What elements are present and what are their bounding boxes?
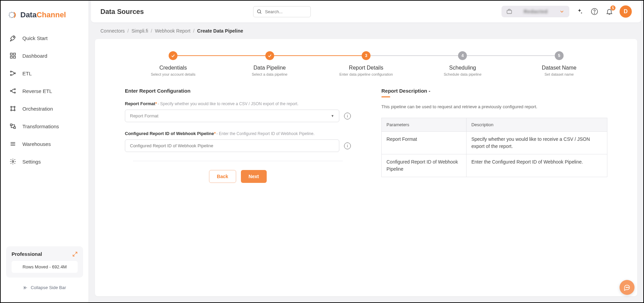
step-number: 5 [555, 51, 564, 60]
configured-id-label: Configured Report ID of Webhook Pipeline… [125, 131, 351, 136]
step-number: 4 [458, 51, 467, 60]
rocket-icon [10, 35, 16, 41]
svg-rect-26 [507, 10, 512, 14]
sidebar-bottom: Professional Rows Moved - 692.4M Collaps… [1, 242, 89, 297]
step-line [462, 55, 559, 56]
gear-icon [10, 158, 16, 165]
transformations-icon [10, 123, 16, 130]
svg-point-28 [594, 13, 594, 13]
sidebar-item-dashboard[interactable]: Dashboard [5, 47, 84, 64]
step-line [270, 55, 366, 56]
svg-point-24 [258, 10, 261, 13]
collapse-sidebar-button[interactable]: Collapse Side Bar [6, 282, 83, 293]
svg-point-12 [11, 106, 12, 107]
th-description: Description [467, 118, 607, 131]
form-section-title: Enter Report Configuration [125, 88, 351, 94]
th-parameters: Parameters [382, 118, 467, 131]
svg-rect-4 [11, 56, 13, 58]
page-title: Data Sources [100, 8, 144, 16]
sidebar-item-label: Warehouses [22, 141, 51, 147]
sidebar-item-label: Reverse ETL [22, 88, 52, 94]
crumb-simplifi[interactable]: Simpli.fi [131, 28, 148, 34]
logo-icon [9, 10, 18, 20]
next-button[interactable]: Next [241, 170, 267, 183]
description-title: Report Description - [381, 88, 607, 94]
report-format-label: Report Format*- Specify whether you woul… [125, 101, 351, 106]
svg-point-7 [11, 74, 12, 75]
breadcrumb: Connectors / Simpli.fi / Webhook Report … [89, 23, 643, 37]
plan-name: Professional [12, 251, 42, 257]
table-row: Configured Report ID of Webhook Pipeline… [382, 154, 607, 177]
svg-rect-17 [14, 127, 16, 129]
main: Data Sources Redacted 5 [89, 1, 643, 302]
select-placeholder: Report Format [130, 113, 158, 118]
svg-rect-16 [11, 124, 12, 126]
warehouses-icon [10, 140, 16, 147]
rows-moved-chip: Rows Moved - 692.4M [12, 261, 78, 273]
sidebar-item-label: Transformations [22, 124, 59, 129]
svg-point-9 [14, 89, 15, 90]
sidebar-item-etl[interactable]: ETL [5, 64, 84, 82]
nav: Quick Start Dashboard ETL Reverse ETL Or… [1, 29, 89, 242]
etl-icon [10, 70, 16, 77]
description-text: This pipeline can be used to request and… [381, 103, 607, 110]
sidebar-item-orchestration[interactable]: Orchestration [5, 100, 84, 117]
divider [133, 161, 343, 161]
orchestration-icon [10, 105, 16, 112]
report-format-select[interactable]: Report Format ▼ [125, 110, 339, 122]
info-icon[interactable]: i [344, 113, 351, 119]
sidebar-item-transformations[interactable]: Transformations [5, 117, 84, 135]
back-button[interactable]: Back [209, 170, 236, 183]
svg-point-0 [9, 12, 15, 18]
svg-point-1 [13, 37, 14, 38]
chevron-down-icon [559, 9, 565, 14]
avatar[interactable]: D [620, 5, 632, 18]
chat-fab[interactable] [620, 280, 634, 295]
content-card: Credentials Select your account details … [95, 39, 637, 296]
svg-rect-5 [14, 56, 16, 58]
description-panel: Report Description - This pipeline can b… [381, 88, 607, 183]
sidebar-item-quickstart[interactable]: Quick Start [5, 29, 84, 47]
expand-icon[interactable] [72, 251, 78, 257]
svg-point-11 [11, 90, 12, 91]
svg-point-13 [14, 106, 15, 107]
info-icon[interactable]: i [344, 143, 351, 149]
logo[interactable]: DataChannel [1, 6, 89, 29]
svg-point-31 [628, 287, 629, 288]
sidebar-item-label: ETL [22, 71, 32, 76]
search-icon [257, 9, 262, 14]
search-wrap [253, 6, 311, 17]
crumb-connectors[interactable]: Connectors [100, 28, 125, 34]
step-line [173, 55, 269, 56]
topbar: Data Sources Redacted 5 [91, 1, 641, 23]
svg-line-25 [260, 13, 261, 14]
org-selector[interactable]: Redacted [501, 6, 569, 17]
sidebar-item-label: Orchestration [22, 106, 53, 112]
sidebar-item-settings[interactable]: Settings [5, 153, 84, 170]
sidebar-item-label: Dashboard [22, 53, 47, 59]
crumb-create-pipeline: Create Data Pipeline [197, 28, 243, 34]
caret-down-icon: ▼ [331, 114, 334, 118]
title-underline [381, 96, 390, 97]
crumb-webhook-report[interactable]: Webhook Report [155, 28, 190, 34]
stepper: Credentials Select your account details … [125, 51, 607, 76]
notifications-button[interactable]: 5 [605, 7, 614, 16]
configured-id-input[interactable] [125, 139, 339, 152]
notification-badge: 5 [610, 5, 615, 11]
step-number: 3 [362, 51, 371, 60]
check-icon [265, 51, 274, 60]
svg-rect-3 [14, 53, 16, 55]
check-icon [169, 51, 177, 60]
org-name: Redacted [524, 9, 548, 14]
sidebar-item-reverse-etl[interactable]: Reverse ETL [5, 82, 84, 100]
sidebar-item-warehouses[interactable]: Warehouses [5, 135, 84, 153]
app-root: DataChannel Quick Start Dashboard ETL Re… [0, 0, 644, 303]
sparkle-button[interactable] [575, 7, 584, 16]
dashboard-icon [10, 52, 16, 59]
help-button[interactable] [590, 7, 599, 16]
sidebar-item-label: Quick Start [22, 35, 48, 41]
logo-text: DataChannel [20, 11, 66, 19]
sidebar: DataChannel Quick Start Dashboard ETL Re… [1, 1, 89, 302]
svg-point-14 [11, 110, 12, 111]
svg-point-8 [14, 73, 15, 74]
